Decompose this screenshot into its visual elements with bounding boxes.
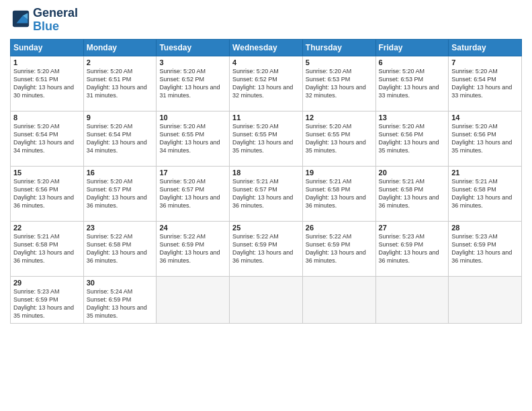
calendar-week-2: 8Sunrise: 5:20 AM Sunset: 6:54 PM Daylig… bbox=[11, 111, 522, 166]
day-number: 6 bbox=[379, 58, 446, 66]
day-number: 27 bbox=[379, 224, 446, 232]
table-row: 25Sunrise: 5:22 AM Sunset: 6:59 PM Dayli… bbox=[230, 221, 303, 276]
table-row bbox=[375, 276, 449, 323]
weekday-friday: Friday bbox=[375, 39, 449, 56]
table-row: 11Sunrise: 5:20 AM Sunset: 6:55 PM Dayli… bbox=[230, 111, 303, 166]
table-row: 19Sunrise: 5:21 AM Sunset: 6:58 PM Dayli… bbox=[302, 166, 375, 221]
day-info: Sunrise: 5:20 AM Sunset: 6:54 PM Dayligh… bbox=[13, 122, 81, 155]
day-info: Sunrise: 5:20 AM Sunset: 6:55 PM Dayligh… bbox=[306, 122, 373, 155]
day-info: Sunrise: 5:20 AM Sunset: 6:52 PM Dayligh… bbox=[232, 67, 300, 100]
table-row: 26Sunrise: 5:22 AM Sunset: 6:59 PM Dayli… bbox=[302, 221, 375, 276]
day-info: Sunrise: 5:20 AM Sunset: 6:57 PM Dayligh… bbox=[87, 177, 154, 210]
logo: GeneralBlue bbox=[10, 7, 78, 34]
table-row: 1Sunrise: 5:20 AM Sunset: 6:51 PM Daylig… bbox=[11, 56, 84, 111]
day-info: Sunrise: 5:21 AM Sunset: 6:58 PM Dayligh… bbox=[379, 177, 446, 210]
table-row: 4Sunrise: 5:20 AM Sunset: 6:52 PM Daylig… bbox=[230, 56, 303, 111]
day-number: 28 bbox=[451, 224, 519, 232]
table-row: 3Sunrise: 5:20 AM Sunset: 6:52 PM Daylig… bbox=[157, 56, 230, 111]
table-row: 2Sunrise: 5:20 AM Sunset: 6:51 PM Daylig… bbox=[83, 56, 157, 111]
day-number: 21 bbox=[451, 169, 519, 177]
day-number: 10 bbox=[159, 113, 226, 122]
weekday-thursday: Thursday bbox=[302, 39, 375, 56]
day-number: 5 bbox=[306, 58, 373, 66]
day-info: Sunrise: 5:20 AM Sunset: 6:54 PM Dayligh… bbox=[451, 67, 519, 100]
day-info: Sunrise: 5:20 AM Sunset: 6:56 PM Dayligh… bbox=[13, 177, 81, 210]
day-info: Sunrise: 5:20 AM Sunset: 6:55 PM Dayligh… bbox=[232, 122, 300, 155]
day-info: Sunrise: 5:21 AM Sunset: 6:58 PM Dayligh… bbox=[306, 177, 373, 210]
weekday-header-row: SundayMondayTuesdayWednesdayThursdayFrid… bbox=[11, 39, 522, 56]
calendar-page: GeneralBlue SundayMondayTuesdayWednesday… bbox=[0, 0, 532, 411]
day-number: 3 bbox=[159, 58, 226, 66]
table-row: 14Sunrise: 5:20 AM Sunset: 6:56 PM Dayli… bbox=[449, 111, 522, 166]
calendar-week-4: 22Sunrise: 5:21 AM Sunset: 6:58 PM Dayli… bbox=[11, 221, 522, 276]
day-number: 20 bbox=[379, 169, 446, 177]
logo-text: GeneralBlue bbox=[33, 7, 78, 34]
table-row: 10Sunrise: 5:20 AM Sunset: 6:55 PM Dayli… bbox=[157, 111, 230, 166]
day-info: Sunrise: 5:20 AM Sunset: 6:57 PM Dayligh… bbox=[159, 177, 226, 210]
day-number: 9 bbox=[87, 113, 154, 122]
page-header: GeneralBlue bbox=[10, 7, 522, 34]
table-row bbox=[302, 276, 375, 323]
day-number: 12 bbox=[306, 113, 373, 122]
day-info: Sunrise: 5:21 AM Sunset: 6:57 PM Dayligh… bbox=[232, 177, 300, 210]
day-info: Sunrise: 5:23 AM Sunset: 6:59 PM Dayligh… bbox=[379, 232, 446, 265]
table-row: 18Sunrise: 5:21 AM Sunset: 6:57 PM Dayli… bbox=[230, 166, 303, 221]
weekday-monday: Monday bbox=[83, 39, 157, 56]
day-number: 13 bbox=[379, 113, 446, 122]
day-number: 26 bbox=[306, 224, 373, 232]
day-number: 7 bbox=[451, 58, 519, 66]
calendar-week-1: 1Sunrise: 5:20 AM Sunset: 6:51 PM Daylig… bbox=[11, 56, 522, 111]
day-number: 4 bbox=[232, 58, 300, 66]
day-info: Sunrise: 5:20 AM Sunset: 6:52 PM Dayligh… bbox=[159, 67, 226, 100]
day-info: Sunrise: 5:20 AM Sunset: 6:55 PM Dayligh… bbox=[159, 122, 226, 155]
weekday-sunday: Sunday bbox=[11, 39, 84, 56]
table-row bbox=[157, 276, 230, 323]
day-info: Sunrise: 5:22 AM Sunset: 6:58 PM Dayligh… bbox=[87, 232, 154, 265]
day-info: Sunrise: 5:20 AM Sunset: 6:51 PM Dayligh… bbox=[13, 67, 81, 100]
table-row: 20Sunrise: 5:21 AM Sunset: 6:58 PM Dayli… bbox=[375, 166, 449, 221]
day-info: Sunrise: 5:20 AM Sunset: 6:56 PM Dayligh… bbox=[451, 122, 519, 155]
table-row: 28Sunrise: 5:23 AM Sunset: 6:59 PM Dayli… bbox=[449, 221, 522, 276]
day-info: Sunrise: 5:23 AM Sunset: 6:59 PM Dayligh… bbox=[13, 287, 81, 320]
day-number: 15 bbox=[13, 169, 81, 177]
weekday-wednesday: Wednesday bbox=[230, 39, 303, 56]
day-number: 24 bbox=[159, 224, 226, 232]
day-number: 25 bbox=[232, 224, 300, 232]
day-info: Sunrise: 5:20 AM Sunset: 6:56 PM Dayligh… bbox=[379, 122, 446, 155]
day-number: 2 bbox=[87, 58, 154, 66]
table-row: 17Sunrise: 5:20 AM Sunset: 6:57 PM Dayli… bbox=[157, 166, 230, 221]
day-info: Sunrise: 5:20 AM Sunset: 6:53 PM Dayligh… bbox=[379, 67, 446, 100]
day-number: 17 bbox=[159, 169, 226, 177]
table-row: 12Sunrise: 5:20 AM Sunset: 6:55 PM Dayli… bbox=[302, 111, 375, 166]
calendar-table: SundayMondayTuesdayWednesdayThursdayFrid… bbox=[10, 39, 522, 324]
day-info: Sunrise: 5:21 AM Sunset: 6:58 PM Dayligh… bbox=[13, 232, 81, 265]
day-number: 11 bbox=[232, 113, 300, 122]
day-info: Sunrise: 5:23 AM Sunset: 6:59 PM Dayligh… bbox=[451, 232, 519, 265]
day-number: 30 bbox=[87, 279, 154, 287]
table-row: 9Sunrise: 5:20 AM Sunset: 6:54 PM Daylig… bbox=[83, 111, 157, 166]
table-row: 8Sunrise: 5:20 AM Sunset: 6:54 PM Daylig… bbox=[11, 111, 84, 166]
logo-icon bbox=[11, 9, 30, 28]
table-row: 5Sunrise: 5:20 AM Sunset: 6:53 PM Daylig… bbox=[302, 56, 375, 111]
day-info: Sunrise: 5:22 AM Sunset: 6:59 PM Dayligh… bbox=[306, 232, 373, 265]
weekday-saturday: Saturday bbox=[449, 39, 522, 56]
weekday-tuesday: Tuesday bbox=[157, 39, 230, 56]
day-number: 19 bbox=[306, 169, 373, 177]
day-info: Sunrise: 5:20 AM Sunset: 6:53 PM Dayligh… bbox=[306, 67, 373, 100]
day-info: Sunrise: 5:22 AM Sunset: 6:59 PM Dayligh… bbox=[159, 232, 226, 265]
table-row: 24Sunrise: 5:22 AM Sunset: 6:59 PM Dayli… bbox=[157, 221, 230, 276]
table-row: 23Sunrise: 5:22 AM Sunset: 6:58 PM Dayli… bbox=[83, 221, 157, 276]
table-row: 6Sunrise: 5:20 AM Sunset: 6:53 PM Daylig… bbox=[375, 56, 449, 111]
day-info: Sunrise: 5:21 AM Sunset: 6:58 PM Dayligh… bbox=[451, 177, 519, 210]
day-info: Sunrise: 5:20 AM Sunset: 6:51 PM Dayligh… bbox=[87, 67, 154, 100]
day-info: Sunrise: 5:24 AM Sunset: 6:59 PM Dayligh… bbox=[87, 287, 154, 320]
day-info: Sunrise: 5:20 AM Sunset: 6:54 PM Dayligh… bbox=[87, 122, 154, 155]
day-number: 23 bbox=[87, 224, 154, 232]
day-number: 18 bbox=[232, 169, 300, 177]
day-number: 29 bbox=[13, 279, 81, 287]
day-number: 22 bbox=[13, 224, 81, 232]
day-number: 16 bbox=[87, 169, 154, 177]
day-info: Sunrise: 5:22 AM Sunset: 6:59 PM Dayligh… bbox=[232, 232, 300, 265]
table-row: 29Sunrise: 5:23 AM Sunset: 6:59 PM Dayli… bbox=[11, 276, 84, 323]
calendar-week-5: 29Sunrise: 5:23 AM Sunset: 6:59 PM Dayli… bbox=[11, 276, 522, 323]
